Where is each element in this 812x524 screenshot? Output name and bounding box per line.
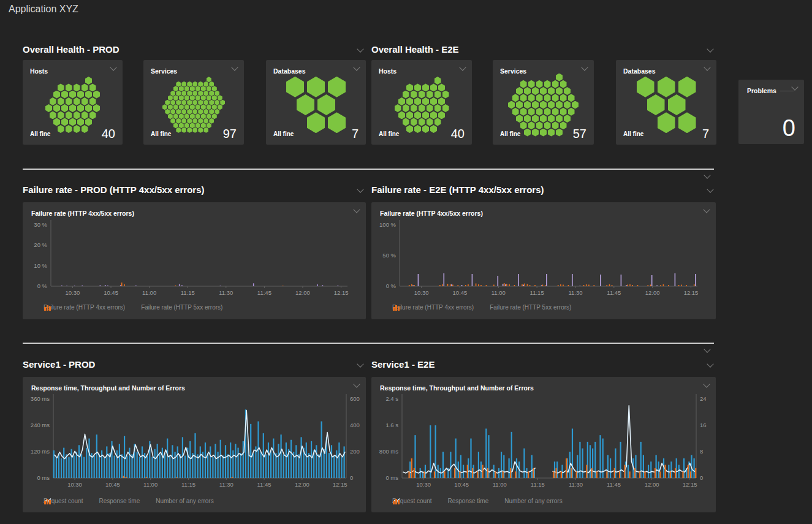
hexagon-healthy[interactable] — [556, 74, 563, 82]
hexagon-healthy[interactable] — [214, 109, 219, 115]
hexagon-healthy[interactable] — [552, 108, 559, 116]
hexagon-healthy[interactable] — [85, 77, 92, 85]
hexagon-healthy[interactable] — [532, 87, 539, 95]
hexagon-healthy[interactable] — [168, 104, 173, 110]
hexagon-healthy[interactable] — [516, 115, 523, 123]
hexagon-healthy[interactable] — [564, 87, 571, 95]
hexagon-healthy[interactable] — [422, 97, 429, 105]
chevron-down-icon[interactable] — [703, 346, 711, 354]
hexagon-healthy[interactable] — [520, 108, 527, 116]
hexagon-healthy[interactable] — [187, 91, 192, 96]
hexagon-healthy[interactable] — [195, 113, 200, 119]
hexagon-healthy[interactable] — [520, 80, 527, 88]
hexagon-healthy[interactable] — [524, 101, 531, 109]
chevron-down-icon[interactable] — [352, 64, 361, 72]
hexagon-healthy[interactable] — [532, 129, 539, 137]
hexagon-healthy[interactable] — [212, 95, 217, 101]
hexagon-healthy[interactable] — [212, 86, 217, 91]
hexagon-healthy[interactable] — [434, 91, 441, 99]
hexagon-healthy[interactable] — [165, 100, 170, 105]
hexagon-healthy[interactable] — [520, 94, 527, 102]
chart-tile-service1-e2e[interactable]: Response time, Throughput and Number of … — [371, 377, 716, 512]
chart-tile-service1-prod[interactable]: Response time, Throughput and Number of … — [23, 377, 366, 512]
hexagon-healthy[interactable] — [548, 129, 555, 137]
hexagon-healthy[interactable] — [190, 95, 195, 101]
chart-canvas[interactable]: 0 ms120 ms240 ms360 ms020040060010:3010:… — [23, 377, 366, 512]
hexagon-healthy[interactable] — [544, 108, 551, 116]
hexagon-healthy[interactable] — [564, 115, 571, 123]
hexagon-healthy[interactable] — [548, 115, 555, 123]
hexagon-healthy[interactable] — [678, 77, 696, 97]
hexagon-healthy[interactable] — [207, 104, 211, 110]
hexagon-healthy[interactable] — [406, 97, 413, 105]
hexagon-healthy[interactable] — [89, 97, 96, 105]
hexagon-healthy[interactable] — [568, 108, 575, 116]
hexagon-healthy[interactable] — [560, 108, 567, 116]
hexagon-healthy[interactable] — [58, 111, 64, 119]
hexagon-healthy[interactable] — [170, 91, 175, 96]
hexagon-healthy[interactable] — [528, 108, 535, 116]
hexagon-healthy[interactable] — [198, 91, 203, 96]
problems-tile[interactable]: Problems 0 — [738, 80, 804, 144]
hexagon-healthy[interactable] — [560, 121, 567, 129]
hexagon-healthy[interactable] — [201, 104, 206, 110]
hexagon-healthy[interactable] — [195, 104, 200, 110]
hexagon-healthy[interactable] — [192, 82, 197, 87]
hexagon-healthy[interactable] — [82, 111, 88, 119]
hexagon-healthy[interactable] — [528, 121, 535, 129]
hexagon-healthy[interactable] — [93, 91, 100, 99]
hexagon-healthy[interactable] — [181, 91, 186, 96]
hexagon-healthy[interactable] — [556, 87, 563, 95]
hexagon-healthy[interactable] — [297, 94, 314, 115]
hexagon-healthy[interactable] — [45, 104, 52, 112]
hexagon-healthy[interactable] — [89, 111, 96, 119]
hexagon-healthy[interactable] — [427, 104, 433, 112]
hexagon-healthy[interactable] — [77, 104, 84, 112]
hexagon-healthy[interactable] — [181, 109, 186, 115]
hexagon-healthy[interactable] — [512, 108, 519, 116]
hexagon-healthy[interactable] — [203, 100, 208, 105]
hexagon-healthy[interactable] — [544, 94, 551, 102]
hexagon-healthy[interactable] — [58, 125, 64, 133]
hexagon-healthy[interactable] — [203, 91, 208, 96]
hexagon-healthy[interactable] — [411, 118, 417, 126]
chart-canvas[interactable]: 0 %10 %20 %30 %10:3010:4511:0011:1511:30… — [23, 202, 366, 319]
hexagon-healthy[interactable] — [406, 125, 413, 133]
hexagon-healthy[interactable] — [564, 101, 571, 109]
hexagon-healthy[interactable] — [176, 127, 181, 133]
hexagon-healthy[interactable] — [203, 127, 208, 133]
chevron-down-icon[interactable] — [580, 64, 589, 72]
hexagon-healthy[interactable] — [173, 95, 178, 101]
hexagon-healthy[interactable] — [560, 80, 567, 88]
hexagon-healthy[interactable] — [195, 123, 200, 128]
hexagon-healthy[interactable] — [74, 97, 80, 105]
chevron-down-icon[interactable] — [109, 64, 118, 72]
hexagon-healthy[interactable] — [173, 86, 178, 91]
hexagon-healthy[interactable] — [179, 123, 184, 128]
hexagon-healthy[interactable] — [430, 125, 437, 133]
hexagon-healthy[interactable] — [414, 125, 421, 133]
hexagon-healthy[interactable] — [668, 94, 686, 115]
legend-item[interactable]: Failure rate (HTTP 4xx errors) — [44, 304, 125, 311]
hexagon-healthy[interactable] — [192, 118, 197, 124]
hexagon-healthy[interactable] — [544, 121, 551, 129]
hexagon-healthy[interactable] — [50, 97, 56, 105]
hexagon-healthy[interactable] — [411, 91, 417, 99]
chart-tile-failure-e2e[interactable]: Failure rate (HTTP 4xx/5xx errors) 0 %50… — [371, 202, 716, 319]
hexagon-healthy[interactable] — [58, 97, 64, 105]
hexagon-healthy[interactable] — [176, 100, 181, 105]
hexagon-healthy[interactable] — [556, 101, 563, 109]
hexagon-healthy[interactable] — [176, 109, 181, 115]
hexagon-healthy[interactable] — [438, 111, 445, 119]
legend-item[interactable]: Number of any errors — [156, 498, 213, 504]
hexagon-healthy[interactable] — [179, 113, 184, 119]
hexagon-healthy[interactable] — [419, 91, 425, 99]
hexagon-healthy[interactable] — [168, 95, 173, 101]
hexagon-healthy[interactable] — [184, 86, 189, 91]
hexagon-healthy[interactable] — [195, 86, 200, 91]
hexagon-healthy[interactable] — [403, 104, 409, 112]
hexagon-healthy[interactable] — [203, 82, 208, 87]
hexagon-healthy[interactable] — [512, 94, 519, 102]
hexagon-healthy[interactable] — [508, 101, 515, 109]
hexagon-healthy[interactable] — [398, 111, 405, 119]
